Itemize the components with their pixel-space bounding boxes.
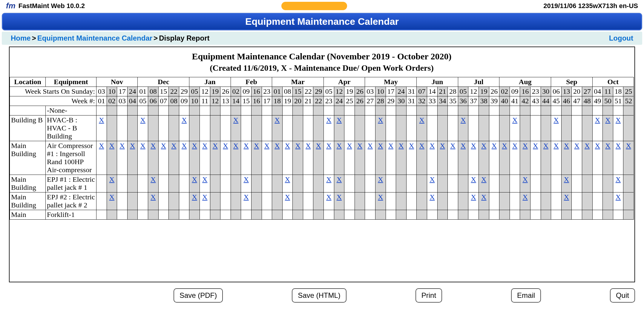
maint-x-link[interactable]: X [243,193,249,201]
maint-x-link[interactable]: X [616,193,621,201]
maint-x-link[interactable]: X [502,142,507,150]
maint-x-link[interactable]: X [388,142,393,150]
maint-x-link[interactable]: X [522,193,528,201]
maint-x-link[interactable]: X [295,142,300,150]
maint-x-link[interactable]: X [357,142,362,150]
maint-x-link[interactable]: X [347,142,352,150]
maint-x-link[interactable]: X [368,142,373,150]
maint-x-link[interactable]: X [192,193,197,201]
maint-x-link[interactable]: X [585,142,590,150]
maint-x-link[interactable]: X [202,142,207,150]
maint-x-link[interactable]: X [543,142,548,150]
maint-x-link[interactable]: X [285,175,290,183]
maint-x-link[interactable]: X [564,142,569,150]
maint-x-link[interactable]: X [481,193,486,201]
save-pdf-button[interactable]: Save (PDF) [174,288,223,303]
breadcrumb-calendar[interactable]: Equipment Maintenance Calendar [37,34,152,42]
maint-x-link[interactable]: X [326,116,331,124]
maint-x-link[interactable]: X [512,116,517,124]
maint-x-link[interactable]: X [326,175,331,183]
maint-x-link[interactable]: X [471,142,476,150]
maint-x-link[interactable]: X [337,142,342,150]
maint-x-link[interactable]: X [109,142,114,150]
maint-x-link[interactable]: X [419,116,424,124]
print-button[interactable]: Print [415,288,442,303]
maint-x-link[interactable]: X [99,142,104,150]
maint-x-link[interactable]: X [243,142,249,150]
maint-x-link[interactable]: X [316,142,321,150]
maint-x-link[interactable]: X [471,175,476,183]
maint-x-link[interactable]: X [285,193,290,201]
maint-x-link[interactable]: X [616,142,621,150]
maint-x-link[interactable]: X [151,193,156,201]
maint-x-link[interactable]: X [430,175,435,183]
maint-x-link[interactable]: X [430,142,435,150]
maint-x-link[interactable]: X [533,142,538,150]
maint-x-link[interactable]: X [564,175,569,183]
maint-x-link[interactable]: X [306,142,311,150]
maint-x-link[interactable]: X [450,142,455,150]
maint-x-link[interactable]: X [378,142,383,150]
logout-link[interactable]: Logout [609,34,633,42]
maint-x-link[interactable]: X [337,193,342,201]
maint-x-link[interactable]: X [595,142,600,150]
maint-x-link[interactable]: X [140,116,145,124]
maint-x-link[interactable]: X [182,142,187,150]
maint-x-link[interactable]: X [171,142,176,150]
maint-x-link[interactable]: X [192,142,197,150]
maint-x-link[interactable]: X [553,142,559,150]
maint-x-link[interactable]: X [151,175,156,183]
maint-x-link[interactable]: X [202,175,207,183]
maint-x-link[interactable]: X [326,193,331,201]
maint-x-link[interactable]: X [605,142,610,150]
maint-x-link[interactable]: X [409,142,414,150]
maint-x-link[interactable]: X [233,116,238,124]
maint-x-link[interactable]: X [626,142,631,150]
maint-x-link[interactable]: X [337,175,342,183]
breadcrumb-home[interactable]: Home [11,34,31,42]
maint-x-link[interactable]: X [109,193,114,201]
maint-x-link[interactable]: X [140,142,145,150]
maint-x-link[interactable]: X [213,142,218,150]
maint-x-link[interactable]: X [398,142,404,150]
maint-x-link[interactable]: X [182,116,187,124]
maint-x-link[interactable]: X [99,116,104,124]
maint-x-link[interactable]: X [161,142,166,150]
maint-x-link[interactable]: X [574,142,579,150]
maint-x-link[interactable]: X [430,193,435,201]
maint-x-link[interactable]: X [378,193,383,201]
maint-x-link[interactable]: X [564,193,569,201]
maint-x-link[interactable]: X [481,175,486,183]
maint-x-link[interactable]: X [440,142,445,150]
quit-button[interactable]: Quit [610,288,635,303]
maint-x-link[interactable]: X [275,116,280,124]
maint-x-link[interactable]: X [119,142,125,150]
maint-x-link[interactable]: X [481,142,486,150]
maint-x-link[interactable]: X [337,116,342,124]
maint-x-link[interactable]: X [285,142,290,150]
maint-x-link[interactable]: X [192,175,197,183]
maint-x-link[interactable]: X [595,116,600,124]
maint-x-link[interactable]: X [254,142,259,150]
maint-x-link[interactable]: X [419,142,424,150]
save-html-button[interactable]: Save (HTML) [292,288,346,303]
email-button[interactable]: Email [511,288,541,303]
maint-x-link[interactable]: X [109,175,114,183]
maint-x-link[interactable]: X [616,175,621,183]
maint-x-link[interactable]: X [616,116,621,124]
maint-x-link[interactable]: X [326,142,331,150]
maint-x-link[interactable]: X [522,175,528,183]
maint-x-link[interactable]: X [553,116,559,124]
maint-x-link[interactable]: X [130,142,135,150]
maint-x-link[interactable]: X [202,193,207,201]
maint-x-link[interactable]: X [471,193,476,201]
maint-x-link[interactable]: X [461,116,466,124]
maint-x-link[interactable]: X [605,116,610,124]
maint-x-link[interactable]: X [461,142,466,150]
maint-x-link[interactable]: X [151,142,156,150]
maint-x-link[interactable]: X [378,116,383,124]
report-scroll-area[interactable]: Equipment Maintenance Calendar (November… [10,47,634,282]
maint-x-link[interactable]: X [243,175,249,183]
maint-x-link[interactable]: X [512,142,517,150]
maint-x-link[interactable]: X [492,142,497,150]
